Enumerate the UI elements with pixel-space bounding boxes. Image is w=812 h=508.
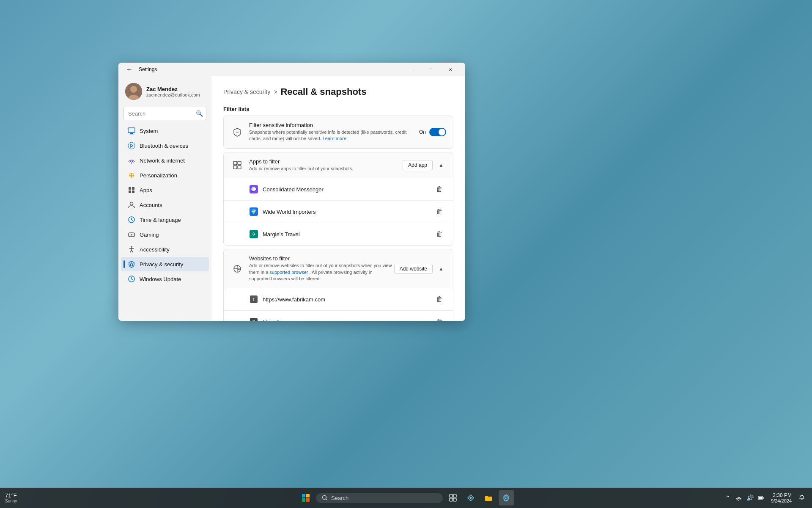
sidebar-search-box: 🔍 — [123, 107, 206, 120]
svg-rect-13 — [129, 190, 131, 193]
settings-taskbar-button[interactable] — [499, 490, 514, 505]
tray-chevron[interactable]: ⌃ — [723, 493, 733, 503]
widgets-button[interactable] — [463, 490, 478, 505]
site-url-proseware: https://www.proseware.com — [263, 319, 433, 321]
system-clock[interactable]: 2:30 PM 9/24/2024 — [768, 492, 795, 503]
volume-tray-icon[interactable]: 🔊 — [745, 493, 755, 503]
websites-to-filter-header-row: Websites to filter Add or remove website… — [224, 249, 453, 288]
site-icon-fabrikam: f — [249, 295, 258, 304]
file-explorer-button[interactable] — [481, 490, 496, 505]
sidebar: Zac Mendez zacmendez@outlook.com 🔍 Syste… — [118, 76, 211, 321]
taskbar-left: 71°F Sunny — [5, 492, 20, 503]
apps-to-filter-action: Add app ▲ — [403, 160, 446, 170]
websites-to-filter-card: Websites to filter Add or remove website… — [223, 249, 453, 321]
websites-collapse-button[interactable]: ▲ — [436, 264, 446, 274]
sidebar-item-personalization[interactable]: Personalization — [121, 168, 209, 182]
sidebar-item-gaming[interactable]: Gaming — [121, 227, 209, 242]
apps-collapse-button[interactable]: ▲ — [436, 160, 446, 170]
svg-rect-34 — [238, 166, 241, 169]
breadcrumb-separator: > — [274, 88, 277, 95]
network-tray-icon[interactable] — [734, 493, 744, 503]
sidebar-item-update[interactable]: Windows Update — [121, 272, 209, 286]
websites-to-filter-icon — [230, 262, 244, 276]
battery-tray-icon[interactable] — [756, 493, 766, 503]
user-name: Zac Mendez — [146, 86, 205, 92]
user-info: Zac Mendez zacmendez@outlook.com — [146, 86, 205, 97]
svg-rect-11 — [129, 187, 131, 190]
supported-browser-link[interactable]: supported browser — [269, 270, 308, 275]
svg-text:🌍: 🌍 — [251, 209, 257, 215]
title-bar-left: ← Settings — [123, 65, 157, 74]
sidebar-item-accounts[interactable]: Accounts — [121, 198, 209, 212]
add-app-button[interactable]: Add app — [403, 160, 433, 170]
taskbar-search[interactable]: Search — [316, 493, 443, 503]
sidebar-item-time-label: Time & language — [140, 217, 181, 223]
sidebar-item-accessibility-label: Accessibility — [140, 246, 170, 253]
filter-sensitive-icon — [230, 125, 244, 139]
bluetooth-icon — [128, 142, 135, 149]
filter-sensitive-toggle[interactable] — [429, 128, 446, 136]
weather-info[interactable]: 71°F Sunny — [5, 492, 17, 503]
accounts-icon — [128, 201, 135, 209]
app-name-travel: Margie's Travel — [263, 231, 433, 237]
minimize-button[interactable]: — — [402, 63, 421, 76]
weather-condition: Sunny — [5, 499, 17, 503]
notification-button[interactable] — [797, 493, 807, 503]
delete-consolidated-button[interactable]: 🗑 — [433, 182, 446, 196]
settings-body: Zac Mendez zacmendez@outlook.com 🔍 Syste… — [118, 76, 465, 321]
svg-point-22 — [133, 234, 134, 235]
svg-rect-55 — [302, 498, 305, 502]
maximize-button[interactable]: □ — [421, 63, 441, 76]
network-icon — [128, 157, 135, 164]
svg-rect-67 — [759, 497, 762, 499]
svg-point-63 — [505, 497, 508, 499]
svg-line-58 — [326, 499, 328, 501]
sidebar-item-privacy-label: Privacy & security — [140, 261, 183, 268]
search-icon: 🔍 — [196, 110, 203, 117]
add-website-button[interactable]: Add website — [394, 264, 433, 274]
svg-line-27 — [132, 250, 133, 252]
site-icon-proseware: P — [249, 317, 258, 321]
websites-to-filter-title: Websites to filter — [249, 255, 394, 262]
start-button[interactable] — [298, 490, 313, 505]
breadcrumb: Privacy & security > Recall & snapshots — [223, 86, 453, 97]
apps-to-filter-text: Apps to filter Add or remove apps to fil… — [249, 158, 403, 172]
sidebar-item-apps[interactable]: Apps — [121, 183, 209, 197]
taskbar-center: Search — [298, 490, 514, 505]
filter-sensitive-learn-more[interactable]: Learn more — [323, 136, 346, 141]
sidebar-item-accessibility[interactable]: Accessibility — [121, 242, 209, 257]
svg-line-18 — [132, 220, 133, 221]
site-row-fabrikam: f https://www.fabrikam.com 🗑 — [224, 288, 453, 311]
svg-rect-62 — [453, 498, 456, 501]
task-view-button[interactable] — [445, 490, 461, 505]
sidebar-item-time[interactable]: Time & language — [121, 213, 209, 227]
avatar — [125, 83, 142, 100]
sidebar-item-personalization-label: Personalization — [140, 172, 177, 179]
app-name-importers: Wide World Importers — [263, 209, 433, 215]
close-button[interactable]: ✕ — [441, 63, 460, 76]
sidebar-item-accounts-label: Accounts — [140, 202, 162, 208]
apps-to-filter-desc: Add or remove apps to filter out of your… — [249, 166, 403, 172]
delete-fabrikam-button[interactable]: 🗑 — [433, 293, 446, 306]
sidebar-item-bluetooth[interactable]: Bluetooth & devices — [121, 138, 209, 153]
sidebar-item-system[interactable]: System — [121, 124, 209, 138]
apps-to-filter-icon — [230, 158, 244, 172]
svg-line-26 — [130, 250, 132, 252]
svg-rect-3 — [128, 128, 135, 133]
back-button[interactable]: ← — [123, 65, 135, 74]
delete-importers-button[interactable]: 🗑 — [433, 205, 446, 218]
delete-travel-button[interactable]: 🗑 — [433, 227, 446, 241]
app-name-consolidated: Consolidated Messenger — [263, 186, 433, 193]
svg-text:✈: ✈ — [252, 232, 256, 237]
sidebar-item-network[interactable]: Network & internet — [121, 153, 209, 168]
site-url-fabrikam: https://www.fabrikam.com — [263, 296, 433, 303]
svg-point-23 — [131, 246, 132, 248]
site-row-proseware: P https://www.proseware.com 🗑 — [224, 311, 453, 321]
sidebar-search-input[interactable] — [123, 107, 206, 120]
app-icon-importers: 🌍 — [249, 207, 258, 216]
clock-date: 9/24/2024 — [771, 498, 792, 503]
delete-proseware-button[interactable]: 🗑 — [433, 315, 446, 321]
weather-temperature: 71°F — [5, 492, 17, 499]
sidebar-item-system-label: System — [140, 128, 158, 134]
sidebar-item-privacy[interactable]: Privacy & security — [121, 257, 209, 271]
